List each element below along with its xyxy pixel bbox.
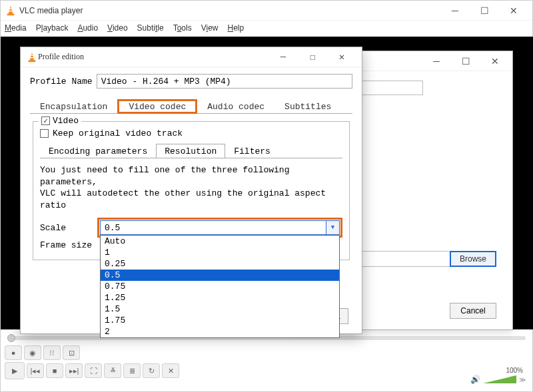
svg-rect-7	[30, 57, 33, 58]
convert-maximize-button[interactable]: ☐	[451, 52, 480, 71]
menu-tools[interactable]: Tools	[173, 23, 192, 33]
svg-marker-5	[29, 52, 34, 61]
video-subtabs: Encoding parameters Resolution Filters	[40, 144, 342, 158]
scale-option[interactable]: 0.25	[101, 258, 339, 270]
svg-rect-8	[29, 60, 36, 62]
profile-name-label: Profile Name	[30, 77, 93, 87]
profile-minimize-button[interactable]: ─	[268, 48, 298, 67]
convert-cancel-button[interactable]: Cancel	[450, 303, 496, 319]
scale-option[interactable]: 0.75	[101, 281, 339, 292]
menu-playback[interactable]: Playback	[36, 23, 69, 33]
browse-button[interactable]: Browse	[450, 251, 496, 267]
player-controls: ● ◉ ⁝⁝ ⊡ ▶ |◂◂ ■ ▸▸| ⛶ ≚ ≣ ↻ ✕	[5, 345, 179, 379]
subtab-encoding-parameters[interactable]: Encoding parameters	[40, 144, 156, 158]
scale-option[interactable]: 1.75	[101, 315, 339, 326]
next-button[interactable]: ▸▸|	[65, 363, 83, 378]
main-menubar: Media Playback Audio Video Subtitle Tool…	[1, 21, 532, 35]
speaker-icon[interactable]: 🔊	[470, 375, 480, 384]
subtab-divider	[40, 158, 342, 158]
tab-video-codec[interactable]: Video codec	[117, 99, 197, 114]
keep-original-label: Keep original video track	[53, 128, 183, 138]
subtab-resolution[interactable]: Resolution	[156, 144, 225, 158]
ext-settings-button[interactable]: ≚	[104, 363, 121, 378]
profile-close-button[interactable]: ✕	[327, 48, 356, 67]
volume-slider[interactable]	[483, 374, 516, 385]
loop-button[interactable]: ↻	[143, 363, 160, 378]
prev-button[interactable]: |◂◂	[27, 363, 44, 378]
scale-option[interactable]: Auto	[101, 236, 339, 247]
chevron-down-icon[interactable]: ▼	[326, 221, 339, 234]
menu-view[interactable]: View	[201, 23, 219, 33]
svg-marker-0	[8, 5, 13, 14]
profile-name-input[interactable]	[97, 74, 352, 89]
profile-edition-dialog: Profile edition ─ ☐ ✕ Profile Name Encap…	[20, 47, 362, 334]
profile-maximize-button[interactable]: ☐	[298, 48, 327, 67]
tab-subtitles[interactable]: Subtitles	[274, 99, 341, 114]
resolution-help-text: You just need to fill one of the three f…	[40, 159, 342, 215]
video-checkbox-label: Video	[53, 116, 79, 126]
svg-rect-2	[9, 11, 12, 11]
video-legend: ✓ Video	[39, 116, 81, 126]
main-window-controls: ─ ☐ ✕	[440, 1, 528, 20]
tab-encapsulation[interactable]: Encapsulation	[30, 99, 117, 114]
scale-option[interactable]: 0.5	[101, 270, 339, 281]
scale-label: Scale	[40, 223, 97, 233]
close-button[interactable]: ✕	[499, 1, 528, 20]
playlist-button[interactable]: ≣	[123, 363, 141, 378]
main-title: VLC media player	[17, 6, 440, 15]
keep-original-checkbox[interactable]	[40, 129, 49, 138]
fullscreen-button[interactable]: ⛶	[85, 363, 102, 378]
tab-audio-codec[interactable]: Audio codec	[197, 99, 274, 114]
snapshot-button[interactable]: ◉	[24, 345, 41, 360]
scale-option[interactable]: 1	[101, 247, 339, 258]
menu-media[interactable]: Media	[5, 23, 27, 33]
convert-close-button[interactable]: ✕	[480, 52, 510, 71]
menu-video[interactable]: Video	[107, 23, 127, 33]
minimize-button[interactable]: ─	[440, 1, 470, 20]
menu-audio[interactable]: Audio	[77, 23, 98, 33]
frame-size-label: Frame size	[40, 240, 97, 250]
volume-control[interactable]: 🔊 ≫	[470, 374, 526, 385]
record-button[interactable]: ●	[5, 345, 22, 360]
menu-subtitle[interactable]: Subtitle	[137, 23, 164, 33]
menu-help[interactable]: Help	[227, 23, 244, 33]
svg-rect-1	[9, 8, 12, 9]
scale-row: Scale 0.5 ▼ Auto 1 0.25 0.5 0.75 1.25 1.…	[40, 218, 342, 238]
subtab-filters[interactable]: Filters	[225, 144, 279, 158]
volume-percent: 100%	[506, 367, 523, 374]
scale-value: 0.5	[101, 223, 326, 233]
shuffle-button[interactable]: ✕	[162, 363, 179, 378]
scale-dropdown: Auto 1 0.25 0.5 0.75 1.25 1.5 1.75 2	[100, 235, 340, 338]
vlc-cone-icon	[5, 5, 17, 17]
stop-button[interactable]: ■	[46, 363, 63, 378]
vlc-cone-icon	[26, 51, 38, 63]
scale-highlight: 0.5 ▼ Auto 1 0.25 0.5 0.75 1.25 1.5 1.75…	[97, 218, 342, 238]
maximize-button[interactable]: ☐	[470, 1, 499, 20]
seek-knob[interactable]	[7, 334, 15, 342]
scale-option[interactable]: 2	[101, 326, 339, 337]
scale-combobox[interactable]: 0.5 ▼ Auto 1 0.25 0.5 0.75 1.25 1.5 1.75…	[100, 220, 340, 235]
profile-dialog-title: Profile edition	[38, 52, 268, 62]
convert-minimize-button[interactable]: ─	[422, 52, 451, 71]
frame-step-button[interactable]: ⊡	[63, 345, 80, 360]
profile-tabs: Encapsulation Video codec Audio codec Su…	[21, 95, 362, 114]
play-button[interactable]: ▶	[5, 362, 25, 379]
svg-rect-3	[7, 13, 15, 15]
scale-option[interactable]: 1.25	[101, 292, 339, 303]
video-checkbox[interactable]: ✓	[41, 116, 50, 125]
video-groupbox: ✓ Video Keep original video track Encodi…	[33, 121, 350, 260]
loop-a-b-button[interactable]: ⁝⁝	[43, 345, 61, 360]
profile-titlebar: Profile edition ─ ☐ ✕	[21, 47, 362, 67]
svg-marker-4	[483, 375, 516, 383]
profile-name-row: Profile Name	[21, 67, 362, 95]
volume-max-icon[interactable]: ≫	[519, 376, 526, 383]
scale-option[interactable]: 1.5	[101, 303, 339, 315]
svg-rect-6	[31, 55, 33, 55]
main-titlebar: VLC media player ─ ☐ ✕	[1, 1, 532, 21]
